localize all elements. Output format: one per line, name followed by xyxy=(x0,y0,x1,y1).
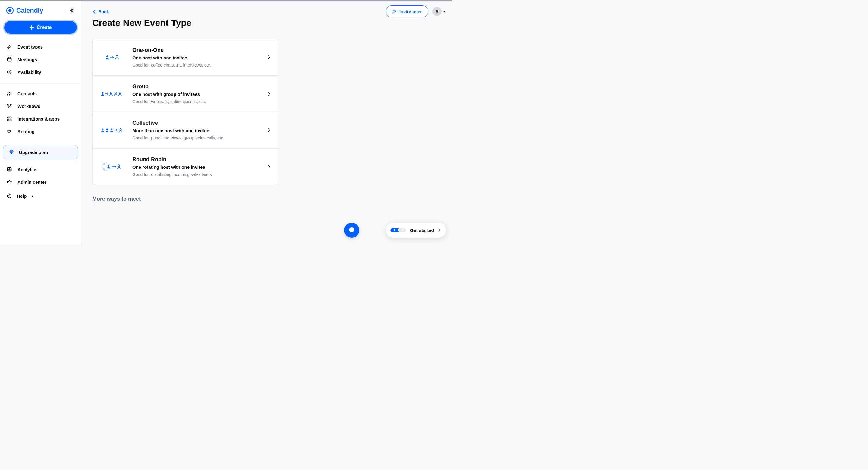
create-button[interactable]: Create xyxy=(3,20,78,35)
help-icon xyxy=(7,193,12,198)
caret-down-icon: ▾ xyxy=(32,194,33,198)
topbar: Invite user B ▾ xyxy=(386,5,445,18)
event-type-subtitle: One host with one invitee xyxy=(132,55,260,60)
clock-icon xyxy=(7,69,12,75)
svg-point-23 xyxy=(106,128,108,130)
chat-button[interactable] xyxy=(344,223,359,238)
event-type-collective[interactable]: Collective More than one host with one i… xyxy=(93,112,279,149)
page-title: Create New Event Type xyxy=(92,18,441,28)
progress-segment xyxy=(394,229,395,231)
sidebar-item-contacts[interactable]: Contacts xyxy=(0,87,81,100)
sidebar-collapse-button[interactable] xyxy=(68,7,75,14)
sidebar-item-label: Availability xyxy=(18,70,41,75)
sidebar-item-help[interactable]: Help ▾ xyxy=(0,189,81,202)
sidebar-item-label: Analytics xyxy=(18,167,38,172)
invite-user-button[interactable]: Invite user xyxy=(386,5,428,18)
svg-rect-11 xyxy=(7,119,9,121)
svg-point-24 xyxy=(111,128,113,130)
svg-point-4 xyxy=(8,92,9,93)
chevrons-left-icon xyxy=(69,8,74,13)
svg-point-17 xyxy=(116,56,118,57)
help-label: Help xyxy=(17,193,27,198)
caret-down-icon: ▾ xyxy=(443,10,445,13)
svg-rect-2 xyxy=(7,58,11,61)
sidebar-item-label: Admin center xyxy=(18,180,46,185)
sidebar-item-admin-center[interactable]: Admin center xyxy=(0,176,81,188)
sidebar-item-label: Integrations & apps xyxy=(18,116,60,121)
chevron-right-icon xyxy=(267,164,270,169)
person-plus-icon xyxy=(392,9,397,14)
group-icon xyxy=(101,91,125,97)
back-label: Back xyxy=(98,9,109,14)
event-type-subtitle: One rotating host with one invitee xyxy=(132,164,260,169)
divider xyxy=(0,83,81,83)
avatar: B xyxy=(433,7,441,16)
svg-point-25 xyxy=(120,128,121,130)
sidebar: Calendly Create Event types Meetings xyxy=(0,1,82,245)
svg-point-15 xyxy=(393,10,395,11)
brand-name: Calendly xyxy=(16,7,43,14)
get-started-pill[interactable]: Get started xyxy=(386,223,446,238)
account-menu[interactable]: B ▾ xyxy=(433,7,445,16)
event-type-round-robin[interactable]: Round Robin One rotating host with one i… xyxy=(93,149,279,185)
one-on-one-icon xyxy=(101,54,125,60)
more-ways-heading: More ways to meet xyxy=(92,196,441,202)
svg-point-5 xyxy=(10,92,11,93)
routing-icon xyxy=(7,129,12,134)
svg-point-20 xyxy=(115,92,117,94)
chevron-right-icon xyxy=(267,128,270,132)
sidebar-item-analytics[interactable]: Analytics xyxy=(0,163,81,176)
workflows-icon xyxy=(7,103,12,109)
event-type-desc: Good for: webinars, online classes, etc. xyxy=(132,99,260,104)
progress-segment xyxy=(402,229,403,231)
event-type-subtitle: More than one host with one invitee xyxy=(132,128,260,133)
sidebar-item-availability[interactable]: Availability xyxy=(0,66,81,78)
plus-icon xyxy=(30,25,34,30)
event-type-desc: Good for: panel interviews, group sales … xyxy=(132,135,260,140)
event-type-group[interactable]: Group One host with group of invitees Go… xyxy=(93,75,279,112)
event-type-title: Round Robin xyxy=(132,156,260,163)
svg-point-1 xyxy=(8,9,11,12)
chat-icon xyxy=(348,226,355,234)
contacts-icon xyxy=(7,91,12,96)
avatar-initial: B xyxy=(435,9,438,14)
analytics-icon xyxy=(7,167,12,172)
chevron-right-icon xyxy=(267,92,270,96)
svg-point-6 xyxy=(7,104,8,105)
svg-point-19 xyxy=(110,92,112,94)
upgrade-plan-button[interactable]: Upgrade plan xyxy=(3,145,78,159)
invite-user-label: Invite user xyxy=(399,9,422,14)
progress-segment xyxy=(398,229,399,231)
sidebar-item-meetings[interactable]: Meetings xyxy=(0,53,81,66)
sidebar-item-routing[interactable]: Routing xyxy=(0,125,81,138)
collective-icon xyxy=(101,127,125,133)
sidebar-item-label: Contacts xyxy=(18,91,37,96)
event-type-title: One-on-One xyxy=(132,47,260,53)
sidebar-item-label: Meetings xyxy=(18,57,37,62)
sidebar-item-label: Event types xyxy=(18,44,43,50)
get-started-label: Get started xyxy=(410,228,434,233)
event-type-subtitle: One host with group of invitees xyxy=(132,92,260,97)
sidebar-item-workflows[interactable]: Workflows xyxy=(0,100,81,113)
calendly-logo-icon xyxy=(6,7,14,14)
svg-point-16 xyxy=(106,56,108,57)
svg-point-18 xyxy=(102,92,104,94)
svg-rect-10 xyxy=(10,117,11,118)
main-area: Invite user B ▾ Back Create New Event Ty… xyxy=(82,1,452,245)
sidebar-item-event-types[interactable]: Event types xyxy=(0,40,81,53)
sidebar-item-integrations[interactable]: Integrations & apps xyxy=(0,113,81,125)
event-type-one-on-one[interactable]: One-on-One One host with one invitee Goo… xyxy=(93,39,279,75)
event-type-desc: Good for: coffee chats, 1:1 interviews, … xyxy=(132,63,260,67)
upgrade-plan-label: Upgrade plan xyxy=(19,150,48,155)
progress-bar xyxy=(390,228,406,232)
gem-icon xyxy=(9,150,14,155)
brand-logo[interactable]: Calendly xyxy=(6,7,43,14)
svg-point-29 xyxy=(107,165,110,167)
svg-point-8 xyxy=(9,107,10,108)
sidebar-item-label: Routing xyxy=(18,129,35,134)
chevron-left-icon xyxy=(93,10,96,13)
event-type-list: One-on-One One host with one invitee Goo… xyxy=(92,39,279,185)
svg-point-22 xyxy=(102,128,104,130)
apps-icon xyxy=(7,116,12,121)
svg-point-30 xyxy=(118,165,120,167)
